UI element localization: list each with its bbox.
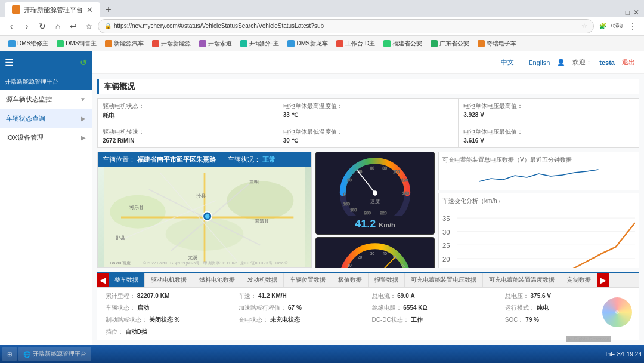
bookmark-button[interactable]: ☆ xyxy=(82,20,95,33)
bookmark-karei-ev[interactable]: 开瑞新能源 xyxy=(148,38,194,49)
tab-prev-button[interactable]: ◀ xyxy=(97,273,109,287)
lang-cn[interactable]: 中文 xyxy=(501,58,514,67)
sidebar: ☰ ↺ 开瑞新能源管理平台 源车辆状态监控 ▼ 车辆状态查询 ▶ xyxy=(0,51,92,345)
speed-value: 41.2 Km/h xyxy=(355,218,395,230)
tab-vehicle-data[interactable]: 整车数据 xyxy=(109,273,145,287)
tab-voltage-data[interactable]: 可充电蓄能装置电压数据 xyxy=(405,273,483,287)
svg-text:邵县: 邵县 xyxy=(116,235,125,241)
taskbar-start[interactable]: ⊞ xyxy=(2,347,17,361)
sidebar-header: ☰ ↺ xyxy=(0,51,92,74)
bookmark-fujian-police[interactable]: 福建省公安 xyxy=(380,38,426,49)
close-button[interactable]: ✕ xyxy=(633,8,639,17)
back-button[interactable]: ‹ xyxy=(5,20,18,33)
address-bar[interactable]: 🔒 https://nev.mychery.com/#/status/Vehic… xyxy=(98,19,594,33)
info-min-temp: 电池单体最低温度值： 30 ℃ xyxy=(278,124,459,147)
bookmark-dms-dragon-icon xyxy=(287,40,295,47)
svg-text:10: 10 xyxy=(347,263,352,267)
bookmarks-bar: DMS维修主 DMS销售主 新能源汽车 开瑞新能源 开瑞索道 开瑞配件主 DMS… xyxy=(0,36,644,51)
bookmark-karei-parts[interactable]: 开瑞配件主 xyxy=(237,38,283,49)
bookmark-karei-cable-label: 开瑞索道 xyxy=(208,39,232,48)
copyright-text: All Rights Reserved xyxy=(566,336,611,342)
info-max-voltage: 电池单体电压最高值： 3.928 V xyxy=(459,99,639,124)
svg-point-34 xyxy=(373,190,377,195)
bookmark-workbench[interactable]: 工作台-D主 xyxy=(333,38,379,49)
bookmark-dms-sales[interactable]: DMS销售主 xyxy=(53,38,100,49)
vehicle-panel: 车辆概况 驱动电机状态： 耗电 电池单体最高温度值： 33 ℃ 电池单体电压最高… xyxy=(92,74,644,345)
restore-button[interactable]: □ xyxy=(626,8,630,17)
new-tab-button[interactable]: + xyxy=(100,2,117,17)
main-content: 中文 English 👤 欢迎： testa 退出 车辆概况 驱动电机状态： 耗… xyxy=(92,51,644,345)
menu-arrow-iox-icon: ▶ xyxy=(81,134,86,141)
bookmark-fujian-police-label: 福建省公安 xyxy=(392,39,422,48)
bookmark-ev[interactable]: 新能源汽车 xyxy=(101,38,147,49)
sidebar-item-monitoring[interactable]: 源车辆状态监控 ▼ xyxy=(0,90,92,109)
extensions-button[interactable]: 🧩 xyxy=(596,20,609,33)
svg-text:20: 20 xyxy=(347,178,352,182)
forward-button[interactable]: › xyxy=(20,20,33,33)
svg-text:速度: 速度 xyxy=(370,199,380,204)
tab-close-button[interactable]: ✕ xyxy=(86,5,93,14)
tab-custom-data[interactable]: 定制数据 xyxy=(561,273,597,287)
sidebar-item-iox[interactable]: IOX设备管理 ▶ xyxy=(0,128,92,147)
bookmark-ev-icon xyxy=(105,40,112,47)
tab-fuel-data[interactable]: 燃料电池数据 xyxy=(193,273,242,287)
minimize-button[interactable]: ─ xyxy=(617,8,622,17)
menu-button[interactable]: ⋮ xyxy=(626,20,639,33)
lang-en[interactable]: English xyxy=(528,59,550,66)
info-motor-status: 驱动电机状态： 耗电 xyxy=(98,99,278,124)
menu-arrow-query-icon: ▶ xyxy=(81,115,86,122)
bookmark-dms-repair[interactable]: DMS维修主 xyxy=(5,38,52,49)
tab-engine-data[interactable]: 发动机数据 xyxy=(242,273,284,287)
svg-text:40: 40 xyxy=(383,251,388,256)
voltage-chart: 可充电蓄能装置总电压数据（V）最近五分钟数据 xyxy=(438,152,639,190)
watermark: © xyxy=(602,297,632,327)
svg-line-48 xyxy=(375,257,395,268)
tab-location-data[interactable]: 车辆位置数据 xyxy=(284,273,332,287)
hamburger-icon[interactable]: ☰ xyxy=(5,57,13,69)
bookmark-karei-cable[interactable]: 开瑞索道 xyxy=(196,38,236,49)
sidebar-item-vehicle-query[interactable]: 车辆状态查询 ▶ xyxy=(0,109,92,128)
bookmark-dms-dragon[interactable]: DMS新龙车 xyxy=(284,38,331,49)
stat-mileage: 累计里程： 82207.0 KM xyxy=(102,290,235,302)
search-engine-button[interactable]: 0添加直的更好吗 xyxy=(611,20,624,33)
stat-gear: 挡位： 自动D挡 xyxy=(102,326,235,338)
data-tabs: ◀ 整车数据 驱动电机数据 燃料电池数据 发动机数据 xyxy=(97,273,639,288)
svg-text:Baidu 百度: Baidu 百度 xyxy=(110,260,131,266)
svg-text:80: 80 xyxy=(383,166,388,170)
tab-motor-data[interactable]: 驱动电机数据 xyxy=(145,273,193,287)
home-button[interactable]: ⌂ xyxy=(51,20,64,33)
stat-speed: 车速： 41.2 KM/H xyxy=(235,290,368,302)
stat-accelerator: 加速踏板行程值： 67 % xyxy=(235,302,368,314)
info-motor-rpm: 驱动电机转速： 2672 R/MIN xyxy=(98,124,278,147)
svg-text:沙县: 沙县 xyxy=(196,193,206,199)
svg-text:三明: 三明 xyxy=(249,179,259,185)
svg-point-1 xyxy=(110,195,165,229)
bookmark-guangdong-police-label: 广东省公安 xyxy=(439,39,469,48)
logout-button[interactable]: 退出 xyxy=(622,58,635,67)
active-tab[interactable]: 开瑞新能源管理平台 ✕ xyxy=(5,2,100,17)
stat-current: 总电流： 69.0 A xyxy=(369,290,501,302)
status-section: 车辆状况： 正常 xyxy=(228,155,275,164)
speed-unit: Km/h xyxy=(379,222,395,229)
bookmark-dms-repair-icon xyxy=(8,40,16,47)
tab-next-button[interactable]: ▶ xyxy=(597,273,609,287)
refresh-icon[interactable]: ↺ xyxy=(80,58,87,67)
reload-button[interactable]: ↻ xyxy=(36,20,49,33)
speed-chart-svg: 35 30 25 20 15 10 5 0 xyxy=(442,208,635,268)
svg-text:100: 100 xyxy=(393,170,400,174)
tab-extreme-data[interactable]: 极值数据 xyxy=(332,273,369,287)
taskbar-browser[interactable]: 🌐 开瑞新能源管理平台 xyxy=(18,347,91,361)
svg-point-2 xyxy=(227,181,293,220)
info-max-temp: 电池单体最高温度值： 33 ℃ xyxy=(278,99,459,124)
bookmark-guangdong-police[interactable]: 广东省公安 xyxy=(427,38,473,49)
tab-temp-data[interactable]: 可充电蓄能装置温度数据 xyxy=(483,273,561,287)
tab-alarm-data[interactable]: 报警数据 xyxy=(369,273,405,287)
top-bar: 中文 English 👤 欢迎： testa 退出 xyxy=(92,51,644,74)
stat-charge-status: 充电状态： 未充电状态 xyxy=(235,314,368,326)
bookmark-qirui-elec[interactable]: 奇瑞电子车 xyxy=(474,38,520,49)
menu-section-query: 车辆状态查询 ▶ xyxy=(0,109,92,128)
history-back-button[interactable]: ↩ xyxy=(67,20,80,33)
bookmark-karei-parts-icon xyxy=(240,40,247,47)
bookmark-guangdong-police-icon xyxy=(431,40,438,47)
svg-text:闽清县: 闽清县 xyxy=(255,218,269,224)
